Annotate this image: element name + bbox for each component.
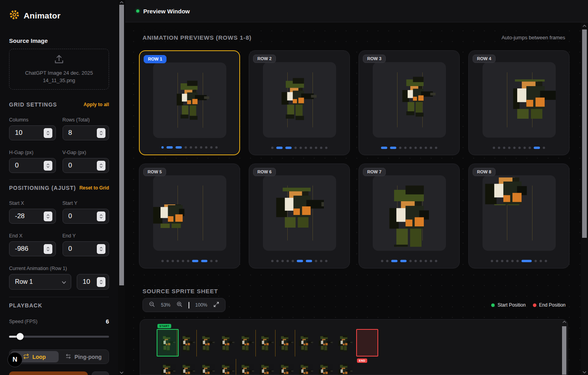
preview-card-row-6[interactable]: ROW 6 bbox=[249, 164, 350, 268]
endx-input[interactable]: -986 bbox=[9, 241, 56, 256]
slider-knob[interactable] bbox=[17, 333, 24, 340]
frame-dot[interactable] bbox=[496, 260, 498, 262]
startx-input[interactable]: -28 bbox=[9, 209, 56, 224]
frame-dot[interactable] bbox=[545, 260, 547, 262]
zoom-out-icon[interactable] bbox=[149, 301, 155, 309]
frame-dot[interactable] bbox=[523, 147, 526, 149]
scrollbar-thumb[interactable] bbox=[119, 5, 124, 285]
sidebar-scrollbar[interactable] bbox=[118, 0, 125, 375]
preview-card-row-3[interactable]: ROW 3 bbox=[359, 50, 460, 155]
frame-dot[interactable] bbox=[521, 260, 532, 262]
frame-dot[interactable] bbox=[285, 147, 292, 149]
scroll-down-icon[interactable] bbox=[581, 371, 588, 373]
frame-dot[interactable] bbox=[182, 260, 184, 262]
frame-dot[interactable] bbox=[543, 147, 545, 149]
frame-dot[interactable] bbox=[190, 146, 192, 149]
frame-dot[interactable] bbox=[508, 147, 510, 149]
starty-input[interactable]: 0 bbox=[63, 209, 109, 224]
row-select[interactable]: Row 1 bbox=[9, 274, 71, 290]
zoom-reset-button[interactable]: 100% bbox=[195, 302, 207, 308]
end-position-box[interactable] bbox=[356, 329, 378, 357]
frame-dot[interactable] bbox=[276, 147, 283, 149]
start-position-box[interactable] bbox=[157, 329, 179, 357]
frame-dot[interactable] bbox=[172, 260, 174, 262]
frame-dot[interactable] bbox=[381, 147, 387, 149]
frame-dot[interactable] bbox=[320, 147, 322, 149]
frame-dot[interactable] bbox=[381, 260, 383, 262]
frames-count-input[interactable]: 10 bbox=[77, 274, 109, 290]
expand-icon[interactable] bbox=[213, 301, 219, 309]
stepper-icon[interactable] bbox=[44, 211, 52, 221]
frame-dot[interactable] bbox=[420, 147, 422, 149]
frame-dot[interactable] bbox=[430, 260, 432, 262]
stepper-icon[interactable] bbox=[97, 128, 105, 138]
frame-dot[interactable] bbox=[161, 146, 164, 149]
scrollbar-thumb[interactable] bbox=[582, 29, 587, 238]
frame-dot[interactable] bbox=[493, 147, 495, 149]
apply-to-all-link[interactable]: Apply to all bbox=[83, 102, 109, 107]
frame-dot[interactable] bbox=[534, 260, 537, 262]
frame-dot[interactable] bbox=[404, 147, 407, 149]
frame-dot[interactable] bbox=[276, 260, 279, 262]
frame-dot[interactable] bbox=[271, 147, 274, 149]
frame-dot[interactable] bbox=[534, 147, 540, 149]
preview-card-row-8[interactable]: ROW 8 bbox=[468, 164, 570, 268]
frame-dot[interactable] bbox=[409, 147, 412, 149]
frame-dot[interactable] bbox=[205, 146, 207, 149]
ping-pong-button[interactable]: Ping-pong bbox=[60, 351, 108, 362]
nextjs-dev-badge[interactable]: N bbox=[7, 352, 22, 367]
stepper-icon[interactable] bbox=[44, 244, 52, 254]
sheet-scrollbar[interactable] bbox=[561, 320, 568, 375]
frame-dot[interactable] bbox=[210, 146, 213, 149]
frame-dot[interactable] bbox=[501, 260, 503, 262]
slider-track[interactable] bbox=[9, 336, 109, 338]
scroll-up-icon[interactable] bbox=[561, 321, 568, 323]
preview-card-row-4[interactable]: ROW 4 bbox=[468, 50, 570, 155]
frame-dot[interactable] bbox=[430, 147, 432, 149]
scroll-down-icon[interactable] bbox=[118, 371, 125, 374]
frame-dot[interactable] bbox=[176, 146, 182, 149]
sprite-sheet-canvas[interactable]: STARTEND bbox=[140, 319, 568, 375]
frame-dot[interactable] bbox=[391, 260, 398, 262]
reset-to-grid-link[interactable]: Reset to Grid bbox=[80, 185, 109, 191]
speed-slider[interactable] bbox=[9, 333, 109, 340]
frame-dot[interactable] bbox=[305, 147, 307, 149]
frame-dot[interactable] bbox=[320, 260, 322, 262]
stepper-icon[interactable] bbox=[97, 161, 105, 171]
scrollbar-thumb[interactable] bbox=[562, 326, 566, 375]
frame-dot[interactable] bbox=[420, 260, 422, 262]
frame-dot[interactable] bbox=[325, 147, 327, 149]
frame-dot[interactable] bbox=[400, 260, 407, 262]
endy-input[interactable]: 0 bbox=[63, 241, 109, 256]
preview-card-row-2[interactable]: ROW 2 bbox=[249, 50, 350, 155]
stepper-icon[interactable] bbox=[97, 244, 105, 254]
pause-button[interactable]: Pause bbox=[9, 371, 88, 375]
frame-dot[interactable] bbox=[215, 146, 218, 149]
stepper-icon[interactable] bbox=[44, 161, 52, 171]
frame-dot[interactable] bbox=[511, 260, 514, 262]
scroll-up-icon[interactable] bbox=[581, 25, 588, 27]
frame-dot[interactable] bbox=[491, 260, 493, 262]
frame-dot[interactable] bbox=[540, 260, 542, 262]
restart-button[interactable] bbox=[92, 371, 109, 375]
scroll-up-icon[interactable] bbox=[118, 1, 125, 4]
frame-dot[interactable] bbox=[287, 260, 289, 262]
stepper-icon[interactable] bbox=[97, 211, 105, 221]
frame-dot[interactable] bbox=[503, 147, 505, 149]
frame-dot[interactable] bbox=[390, 147, 396, 149]
frame-dot[interactable] bbox=[185, 146, 187, 149]
frame-dot[interactable] bbox=[210, 260, 213, 262]
frame-dot[interactable] bbox=[516, 260, 519, 262]
frame-dot[interactable] bbox=[187, 260, 189, 262]
frame-dot[interactable] bbox=[195, 146, 197, 149]
frame-dot[interactable] bbox=[435, 147, 437, 149]
frame-dot[interactable] bbox=[325, 260, 327, 262]
frame-dot[interactable] bbox=[425, 147, 427, 149]
hgap-input[interactable]: 0 bbox=[9, 158, 56, 173]
frame-dot[interactable] bbox=[166, 146, 173, 149]
stepper-icon[interactable] bbox=[44, 128, 52, 138]
preview-card-row-7[interactable]: ROW 7 bbox=[359, 164, 460, 268]
frame-dot[interactable] bbox=[435, 260, 437, 262]
frame-dot[interactable] bbox=[386, 260, 388, 262]
stepper-icon[interactable] bbox=[97, 277, 105, 287]
